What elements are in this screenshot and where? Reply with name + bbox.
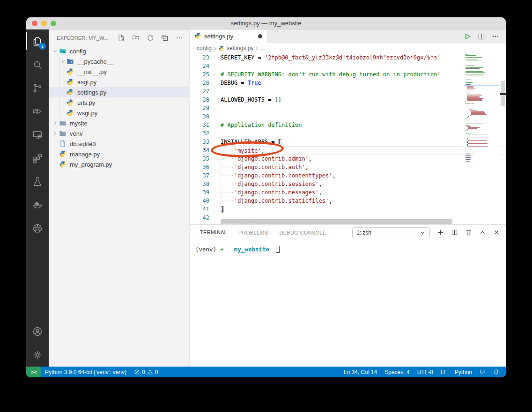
code-line-26[interactable]: 26DEBUG = True [190, 79, 506, 87]
close-panel-button[interactable] [493, 229, 500, 236]
tab-settings-py[interactable]: settings.py [190, 29, 267, 43]
settings-gear-icon[interactable] [26, 343, 49, 367]
modified-dot-icon[interactable] [258, 34, 262, 38]
search-icon[interactable] [26, 53, 49, 76]
kubernetes-icon[interactable] [26, 217, 49, 240]
code-line-30[interactable]: 30 [190, 112, 506, 121]
line-number[interactable]: 35 [190, 154, 221, 163]
code-line-28[interactable]: 28ALLOWED_HOSTS = [] [190, 96, 506, 104]
code-line-24[interactable]: 24 [190, 62, 506, 70]
tree-item-asgi-py[interactable]: asgi.py [49, 77, 189, 87]
line-number[interactable]: 28 [190, 96, 221, 104]
line-number[interactable]: 29 [190, 104, 221, 112]
close-window-button[interactable] [32, 21, 37, 26]
breadcrumb-item[interactable]: settings.py [227, 45, 253, 52]
code-line-31[interactable]: 31# Application definition [190, 121, 506, 129]
line-number[interactable]: 25 [190, 70, 221, 79]
more-icon[interactable] [492, 33, 499, 40]
new-folder-icon[interactable] [131, 33, 141, 43]
tree-item--init-py[interactable]: __init__.py [49, 66, 189, 77]
split-editor-icon[interactable] [478, 33, 485, 40]
new-file-icon[interactable] [116, 33, 126, 43]
tree-item-db-sqlite3[interactable]: db.sqlite3 [49, 139, 189, 149]
code-line-25[interactable]: 25# SECURITY WARNING: don't run with deb… [190, 70, 506, 79]
status-utf-8[interactable]: UTF-8 [414, 367, 437, 377]
extensions-icon[interactable] [26, 147, 49, 170]
line-number[interactable]: 30 [190, 112, 221, 121]
source-control-icon[interactable] [26, 76, 49, 100]
horizontal-scrollbar[interactable] [190, 219, 500, 224]
tree-item-manage-py[interactable]: manage.py [49, 149, 189, 159]
code-line-29[interactable]: 29 [190, 104, 506, 112]
maximize-panel-button[interactable] [479, 229, 486, 236]
line-number[interactable]: 38 [190, 180, 221, 188]
run-button[interactable] [464, 33, 471, 40]
code-line-41[interactable]: 41] [190, 205, 506, 213]
panel-tab-problems[interactable]: PROBLEMS [238, 225, 268, 240]
panel-tab-debug-console[interactable]: DEBUG CONSOLE [280, 225, 326, 240]
tree-item-urls-py[interactable]: urls.py [49, 97, 189, 108]
title-bar[interactable]: settings.py — my_website [26, 17, 506, 29]
line-number[interactable]: 32 [190, 129, 221, 138]
line-number[interactable]: 36 [190, 163, 221, 171]
terminal-shell-dropdown[interactable]: 1: zsh [352, 227, 430, 238]
tree-item-venv[interactable]: venv [49, 128, 189, 139]
breadcrumb-item[interactable]: config [197, 45, 212, 52]
status-spaces[interactable]: Spaces: 4 [381, 367, 413, 377]
code-line-36[interactable]: 36····'django.contrib.auth', [190, 163, 506, 171]
minimap[interactable] [464, 53, 500, 224]
bell-icon[interactable] [489, 367, 503, 377]
python-interpreter-status[interactable]: Python 3.9.0 64-bit ('venv': venv) [41, 367, 130, 377]
remote-indicator[interactable]: >< [26, 367, 41, 377]
new-terminal-button[interactable] [437, 229, 444, 236]
code-line-32[interactable]: 32 [190, 129, 506, 138]
tree-item-settings-py[interactable]: settings.py [49, 87, 189, 97]
code-line-38[interactable]: 38····'django.contrib.sessions', [190, 180, 506, 188]
line-number[interactable]: 40 [190, 197, 221, 205]
tree-item-mysite[interactable]: mysite [49, 118, 189, 128]
line-number[interactable]: 41 [190, 205, 221, 213]
docker-icon[interactable] [26, 193, 49, 217]
tree-item-my-program-py[interactable]: my_program.py [49, 159, 189, 169]
tree-item-config[interactable]: config [49, 46, 189, 56]
account-icon[interactable] [26, 320, 49, 343]
breadcrumb-item[interactable]: ... [260, 45, 265, 52]
feedback-icon[interactable] [476, 367, 489, 377]
line-number[interactable]: 26 [190, 79, 221, 87]
terminal-content[interactable]: (venv) ➜ my_website [190, 240, 506, 367]
line-number[interactable]: 39 [190, 188, 221, 197]
problems-status[interactable]: 0 0 [130, 367, 162, 377]
status-python[interactable]: Python [451, 367, 476, 377]
minimize-window-button[interactable] [41, 21, 47, 26]
tree-item-wsgi-py[interactable]: wsgi.py [49, 108, 189, 118]
code-line-40[interactable]: 40····'django.contrib.staticfiles', [190, 197, 506, 205]
refresh-icon[interactable] [145, 33, 155, 43]
zoom-window-button[interactable] [51, 21, 56, 26]
explorer-icon[interactable]: 1 [26, 29, 49, 53]
code-line-39[interactable]: 39····'django.contrib.messages', [190, 188, 506, 197]
line-number[interactable]: 23 [190, 53, 221, 62]
line-number[interactable]: 24 [190, 62, 221, 70]
line-number[interactable]: 27 [190, 87, 221, 96]
line-number[interactable]: 37 [190, 171, 221, 180]
vertical-scrollbar[interactable] [500, 53, 506, 224]
test-icon[interactable] [26, 170, 49, 193]
tree-item--pycache-[interactable]: __pycache__ [49, 56, 189, 66]
code-line-37[interactable]: 37····'django.contrib.contenttypes', [190, 171, 506, 180]
code-line-27[interactable]: 27 [190, 87, 506, 96]
code-editor[interactable]: 23SECRET_KEY = '2fpb@0_fbct&_ylz33kz@d!t… [190, 53, 506, 224]
remote-explorer-icon[interactable] [26, 123, 49, 147]
split-terminal-button[interactable] [451, 229, 458, 236]
panel-tab-terminal[interactable]: TERMINAL [200, 225, 227, 240]
collapse-all-icon[interactable] [160, 33, 170, 43]
kill-terminal-button[interactable] [465, 229, 472, 236]
breadcrumb[interactable]: config›settings.py›... [190, 43, 506, 53]
run-debug-icon[interactable] [26, 100, 49, 123]
status-ln[interactable]: Ln 34, Col 14 [340, 367, 381, 377]
horizontal-scrollbar-handle[interactable] [221, 219, 452, 224]
line-number[interactable]: 31 [190, 121, 221, 129]
line-number[interactable]: 33 [190, 138, 221, 146]
more-icon[interactable] [174, 33, 185, 43]
code-line-23[interactable]: 23SECRET_KEY = '2fpb@0_fbct&_ylz33kz@d!t… [190, 53, 506, 62]
status-lf[interactable]: LF [437, 367, 451, 377]
